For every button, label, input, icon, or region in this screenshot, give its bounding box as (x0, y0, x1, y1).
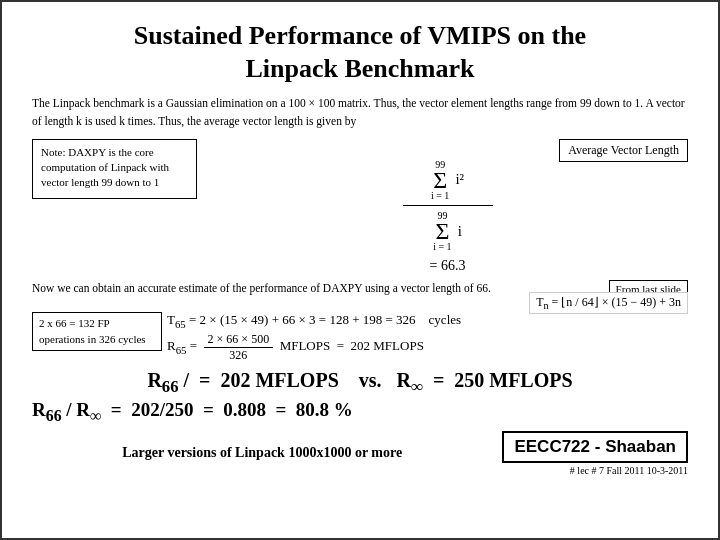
lower-section: 2 x 66 = 132 FP operations in 326 cycles… (32, 312, 688, 363)
lower-formulas: T65 = 2 × (15 × 49) + 66 × 3 = 128 + 198… (167, 312, 688, 363)
note-text: Note: DAXPY is the core computation of L… (41, 146, 169, 189)
equals-result: = 66.3 (430, 258, 466, 274)
num-expr: i² (455, 171, 464, 188)
eecc-brand: EECC722 - Shaaban # lec # 7 Fall 2011 10… (492, 431, 688, 476)
slide: Sustained Performance of VMIPS on the Li… (0, 0, 720, 540)
r66-formula: R65 = 2 × 66 × 500326 MFLOPS = 202 MFLOP… (167, 332, 688, 363)
sigma-den: Σ (435, 221, 449, 241)
slide-info: # lec # 7 Fall 2011 10-3-2011 (492, 465, 688, 476)
sigma-num: Σ (433, 170, 447, 190)
description-text: The Linpack benchmark is a Gaussian elim… (32, 95, 688, 131)
den-expr: i (458, 223, 462, 240)
t66-formula: T65 = 2 × (15 × 49) + 66 × 3 = 128 + 198… (167, 312, 688, 330)
middle-section: Note: DAXPY is the core computation of L… (32, 139, 688, 275)
fp-text: 2 x 66 = 132 FP operations in 326 cycles (39, 317, 146, 344)
obtain-text: Now we can obtain an accurate estimate o… (32, 280, 572, 298)
note-box: Note: DAXPY is the core computation of L… (32, 139, 197, 199)
title-line2: Linpack Benchmark (246, 54, 475, 83)
slide-title: Sustained Performance of VMIPS on the Li… (32, 20, 688, 85)
tn-formula: Tn = ⌊n / 64⌋ × (15 − 49) + 3n (529, 292, 688, 314)
title-line1: Sustained Performance of VMIPS on the (134, 21, 586, 50)
main-result: R66 / = 202 MFLOPS vs. R∞ = 250 MFLOPS (32, 369, 688, 397)
formula-area: Average Vector Length 99 Σ i = 1 i² 99 (207, 139, 688, 275)
sum-formula: 99 Σ i = 1 i² 99 Σ i = 1 i = 66.3 (403, 159, 493, 275)
den-bottom: i = 1 (433, 241, 451, 252)
eecc-label: EECC722 - Shaaban (502, 431, 688, 463)
avg-vector-label: Average Vector Length (559, 139, 688, 162)
footer: Larger versions of Linpack 1000x1000 or … (32, 431, 688, 476)
fp-operations-box: 2 x 66 = 132 FP operations in 326 cycles (32, 312, 162, 351)
sub-result: R66 / R∞ = 202/250 = 0.808 = 80.8 % (32, 399, 688, 425)
larger-versions-text: Larger versions of Linpack 1000x1000 or … (32, 445, 492, 461)
num-bottom: i = 1 (431, 190, 449, 201)
obtain-section: Now we can obtain an accurate estimate o… (32, 280, 688, 298)
